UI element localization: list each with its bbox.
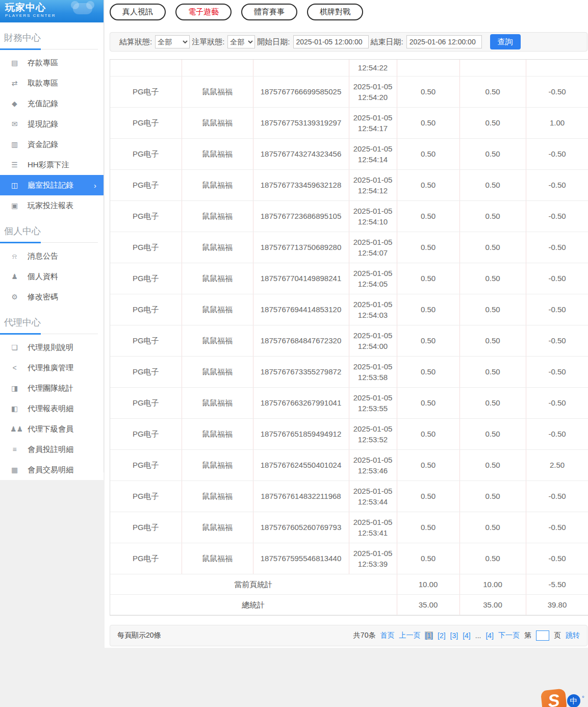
cell-game: PG电子 xyxy=(110,76,182,107)
cell-bet: 0.50 xyxy=(397,387,459,418)
tab-sports[interactable]: 體育賽事 xyxy=(241,4,297,20)
cell-valid-bet: 0.50 xyxy=(459,325,526,356)
sidebar-item-agent-sub-members[interactable]: ♟♟代理下級會員 xyxy=(0,419,104,439)
report-chart-icon: ▣ xyxy=(10,201,19,210)
sidebar-item-recharge-record[interactable]: ◆充值記錄 xyxy=(0,93,104,114)
cell-time: 2025-01-0512:54:00 xyxy=(349,325,397,356)
cell-game: PG电子 xyxy=(110,169,182,200)
cell-payout: -0.50 xyxy=(526,232,588,263)
gamepad-icon xyxy=(73,3,92,14)
sidebar-item-label: 提現記錄 xyxy=(28,119,58,129)
sidebar-item-agent-rules[interactable]: ❏代理規則說明 xyxy=(0,337,104,358)
clipboard-list-icon: ≡ xyxy=(10,445,19,453)
sidebar-item-deposit[interactable]: ▤存款專區 xyxy=(0,53,104,73)
cell-time: 2025-01-0512:53:44 xyxy=(349,481,397,512)
widget-marks: ° xyxy=(582,695,584,702)
cell-game: PG电子 xyxy=(110,449,182,481)
table-row: PG电子鼠鼠福福18757676733552798722025-01-0512:… xyxy=(110,356,588,387)
category-tabs: 真人視訊電子遊藝體育賽事棋牌對戰 xyxy=(105,0,588,20)
sidebar-item-label: 玩家投注報表 xyxy=(28,201,73,211)
person-icon: ♟ xyxy=(10,272,19,281)
summary-label: 總統計 xyxy=(110,594,397,615)
table-row: PG电子鼠鼠福福18757676052607697932025-01-0512:… xyxy=(110,512,588,543)
sidebar-item-hall-bet-record[interactable]: ◫廳室投註記錄› xyxy=(0,175,104,195)
table-row-partial: 12:54:22 xyxy=(110,60,588,76)
sidebar-item-agent-team-stats[interactable]: ◨代理團隊統計 xyxy=(0,378,104,398)
pagination-controls: 共70条 首页上一页[1][2][3][4]...[4]下一页 第 页 跳转 xyxy=(353,630,580,641)
tab-electronic-games[interactable]: 電子遊藝 xyxy=(175,4,232,20)
cell-valid-bet: 0.50 xyxy=(459,107,526,138)
summary-payout: -5.50 xyxy=(526,574,588,594)
bet-table-body: 12:54:22PG电子鼠鼠福福18757677666995850252025-… xyxy=(110,60,588,615)
table-row: PG电子鼠鼠福福18757676245504010242025-01-0512:… xyxy=(110,449,588,481)
cell-time-partial: 12:54:22 xyxy=(349,60,397,76)
cell-payout: -0.50 xyxy=(526,543,588,574)
translate-widget-icon[interactable]: 中 xyxy=(567,694,580,707)
page-prev-link[interactable]: 上一页 xyxy=(399,631,420,640)
tab-board-games[interactable]: 棋牌對戰 xyxy=(307,4,363,20)
cell-game: PG电子 xyxy=(110,294,182,325)
order-status-select[interactable]: 全部 xyxy=(227,35,255,48)
sidebar-item-profile[interactable]: ♟個人資料 xyxy=(0,266,104,287)
cell-game: PG电子 xyxy=(110,107,182,138)
sidebar-item-withdraw[interactable]: ⇄取款專區 xyxy=(0,73,104,93)
table-row: PG电子鼠鼠福福18757675955468134402025-01-0512:… xyxy=(110,543,588,574)
cell-order: 1875767733459632128 xyxy=(253,169,349,200)
sidebar-item-member-bet-detail[interactable]: ≡會員投註明細 xyxy=(0,439,104,460)
page-first-link[interactable]: 首页 xyxy=(380,631,394,640)
cell-name: 鼠鼠福福 xyxy=(182,232,253,263)
page-number-link[interactable]: [4] xyxy=(463,632,471,640)
search-button[interactable]: 查詢 xyxy=(490,34,521,49)
cell-valid-bet: 0.50 xyxy=(459,481,526,512)
layout-list-icon: ◫ xyxy=(10,181,19,189)
team-stats-icon: ◨ xyxy=(10,384,19,392)
cell-payout: -0.50 xyxy=(526,263,588,294)
cell-order: 1875767723686895105 xyxy=(253,200,349,232)
cell-payout: -0.50 xyxy=(526,200,588,232)
cell-order: 1875767713750689280 xyxy=(253,232,349,263)
sidebar-item-member-transaction-detail[interactable]: ▦會員交易明細 xyxy=(0,460,104,480)
cell-order: 1875767694414853120 xyxy=(253,294,349,325)
sidebar-item-player-bet-report[interactable]: ▣玩家投注報表 xyxy=(0,195,104,216)
sidebar-item-withdraw-record[interactable]: ✉提現記錄 xyxy=(0,114,104,134)
start-date-input[interactable] xyxy=(293,35,369,48)
page-next-link[interactable]: 下一页 xyxy=(498,631,520,640)
cell-bet: 0.50 xyxy=(397,138,459,169)
sidebar-item-messages[interactable]: ⍾消息公告 xyxy=(0,246,104,266)
sidebar-item-label: 存款專區 xyxy=(28,58,58,68)
sidebar-item-funds-record[interactable]: ▥資金記錄 xyxy=(0,134,104,155)
page-last-number-link[interactable]: [4] xyxy=(485,632,494,640)
order-status-label: 注單狀態: xyxy=(192,37,224,47)
cell-name: 鼠鼠福福 xyxy=(182,481,253,512)
sidebar-item-label: 充值記錄 xyxy=(28,99,58,109)
cell-order: 1875767704149898241 xyxy=(253,263,349,294)
gear-icon: ⚙ xyxy=(10,293,19,301)
sidebar-item-label: 消息公告 xyxy=(28,251,58,261)
page-number-link[interactable]: [2] xyxy=(438,632,446,640)
cell-game: PG电子 xyxy=(110,263,182,294)
document-icon: ❏ xyxy=(10,343,19,351)
sidebar-item-change-password[interactable]: ⚙修改密碼 xyxy=(0,287,104,307)
page-number-link[interactable]: [1] xyxy=(425,632,433,640)
settle-status-select[interactable]: 全部 xyxy=(155,35,190,48)
cell-bet: 0.50 xyxy=(397,76,459,107)
sidebar-item-hh-lottery[interactable]: ☰HH彩票下注 xyxy=(0,155,104,175)
cell-payout: -0.50 xyxy=(526,418,588,449)
cell-game: PG电子 xyxy=(110,481,182,512)
s-widget-icon[interactable]: S xyxy=(541,689,567,707)
cell-bet: 0.50 xyxy=(397,232,459,263)
table-row: PG电子鼠鼠福福18757676148322119682025-01-0512:… xyxy=(110,481,588,512)
brand-subtitle: PLAYERS CENTER xyxy=(5,13,104,18)
cell-game: PG电子 xyxy=(110,200,182,232)
end-date-input[interactable] xyxy=(406,35,482,48)
jump-button[interactable]: 跳转 xyxy=(566,631,580,640)
cell-valid-bet: 0.50 xyxy=(459,418,526,449)
cell-payout: -0.50 xyxy=(526,325,588,356)
page-number-link[interactable]: [3] xyxy=(450,632,458,640)
table-row: PG电子鼠鼠福福18757676518594949122025-01-0512:… xyxy=(110,418,588,449)
tab-live-video[interactable]: 真人視訊 xyxy=(110,4,166,20)
jump-page-input[interactable] xyxy=(536,630,549,641)
sidebar-item-agent-promotion[interactable]: <代理推廣管理 xyxy=(0,358,104,378)
sidebar-item-agent-report-detail[interactable]: ◧代理報表明細 xyxy=(0,398,104,419)
cell-name: 鼠鼠福福 xyxy=(182,387,253,418)
